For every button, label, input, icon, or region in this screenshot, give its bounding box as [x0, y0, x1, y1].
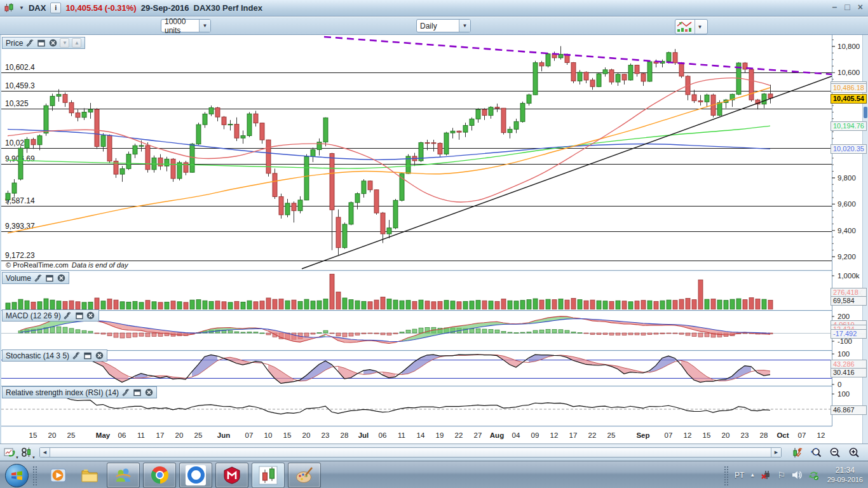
zoom-fit-button[interactable] — [808, 446, 824, 459]
scroll-right-arrow-icon[interactable]: ▶ — [771, 448, 781, 457]
device-disconnected-icon[interactable] — [761, 470, 771, 480]
units-dropdown[interactable]: 10000 units ▼ — [161, 19, 211, 32]
volume-icon[interactable] — [791, 470, 802, 480]
macd-histogram-bar — [584, 333, 588, 334]
svg-text:09: 09 — [531, 431, 539, 439]
maximize-button[interactable]: □ — [844, 2, 850, 12]
macd-histogram-bar — [362, 333, 366, 334]
volume-bar — [254, 302, 258, 309]
window-icon[interactable] — [45, 274, 54, 283]
wrench-icon[interactable] — [72, 351, 81, 360]
close-button[interactable]: × — [858, 2, 863, 12]
chart-canvas[interactable]: 10,602.410,459.310,32510,0259,906.699,58… — [1, 35, 868, 444]
candle — [133, 146, 137, 154]
window-icon[interactable] — [75, 311, 84, 320]
volume-bar — [717, 300, 722, 309]
chart-toolbar: 10000 units ▼ Daily ▼ ▼ — [0, 17, 868, 35]
candle — [679, 63, 684, 76]
stochastic-panel — [1, 355, 832, 384]
move-panel-down-icon[interactable]: ▼ — [60, 38, 69, 48]
units-dropdown-arrow-icon[interactable]: ▼ — [199, 20, 210, 32]
info-button[interactable]: i — [50, 3, 61, 13]
volume-bar — [304, 299, 309, 309]
candle — [171, 159, 175, 179]
close-panel-icon[interactable] — [86, 311, 95, 320]
chart-type-button[interactable]: ▼ — [675, 19, 708, 34]
candle — [425, 142, 430, 143]
volume-bar — [743, 300, 747, 309]
symbol-dropdown-icon[interactable]: ▼ — [19, 5, 24, 11]
horizontal-scrollbar[interactable]: ◀ ▶ — [39, 447, 782, 458]
taskbar-app-paint[interactable] — [288, 463, 321, 488]
link-dropdown-arrow-icon[interactable]: ▼ — [32, 456, 36, 459]
window-icon[interactable] — [133, 388, 142, 397]
taskbar-app-explorer[interactable] — [76, 463, 104, 487]
macd-histogram-bar — [520, 332, 525, 333]
taskbar-app-media-player[interactable] — [44, 463, 72, 487]
wrench-icon[interactable] — [64, 311, 72, 320]
candle — [463, 125, 468, 132]
wrench-icon[interactable] — [121, 388, 130, 397]
taskbar-app-messenger[interactable] — [107, 463, 140, 488]
timeframe-dropdown-arrow-icon[interactable]: ▼ — [459, 20, 470, 32]
window-icon[interactable] — [37, 39, 46, 48]
show-hidden-icons[interactable]: ▲ — [750, 472, 755, 478]
chart-type-dropdown-arrow-icon[interactable]: ▼ — [695, 20, 705, 34]
macd-histogram-bar — [571, 332, 576, 333]
close-panel-icon[interactable] — [48, 39, 57, 48]
taskbar-app-trading-chart[interactable] — [252, 463, 285, 488]
candle — [330, 154, 334, 210]
macd-histogram-bar — [565, 330, 569, 333]
wrench-icon[interactable] — [34, 274, 43, 283]
volume-bar — [215, 301, 220, 309]
taskbar-app-blue-ring[interactable] — [179, 463, 212, 488]
tray-clock[interactable]: 21:34 29-09-2016 — [827, 466, 863, 485]
volume-bar — [559, 299, 563, 309]
svg-text:0: 0 — [837, 381, 841, 388]
candle — [667, 53, 671, 62]
candle — [584, 72, 588, 80]
language-indicator[interactable]: PT — [735, 471, 744, 480]
vertical-scrollbar-thumb[interactable] — [864, 107, 867, 118]
volume-bar — [292, 300, 296, 309]
chart-area[interactable]: 10,602.410,459.310,32510,0259,906.699,58… — [0, 35, 868, 444]
zoom-out-button[interactable] — [827, 446, 843, 459]
scroll-left-arrow-icon[interactable]: ◀ — [40, 448, 50, 457]
ma-green — [8, 126, 770, 168]
trendline[interactable] — [324, 37, 832, 74]
candle — [520, 104, 525, 122]
macd-histogram-bar — [527, 332, 531, 333]
volume-bar — [266, 298, 271, 309]
zoom-in-button[interactable] — [846, 446, 862, 459]
action-center-flag-icon[interactable]: ⚐ — [777, 470, 785, 480]
macd-histogram-bar — [648, 333, 652, 335]
link-instrument-button[interactable]: ▼ — [19, 446, 34, 459]
start-button[interactable] — [5, 464, 29, 487]
candle — [101, 135, 105, 146]
candle — [673, 53, 677, 63]
minimize-button[interactable]: – — [832, 2, 837, 12]
close-panel-icon[interactable] — [95, 351, 104, 360]
close-panel-icon[interactable] — [57, 274, 65, 283]
trendline[interactable] — [302, 76, 832, 269]
taskbar-app-mcafee[interactable] — [215, 463, 248, 488]
macd-histogram-bar — [368, 333, 372, 334]
chart-statusbar: ▼ ▼ ◀ ▶ — [0, 444, 868, 461]
close-panel-icon[interactable] — [144, 388, 153, 397]
volume-bar — [355, 301, 360, 309]
zoom-in-icon — [848, 447, 860, 459]
volume-bar — [489, 301, 493, 309]
network-sync-icon[interactable] — [808, 470, 819, 480]
macd-histogram-bar — [686, 333, 690, 336]
window-icon[interactable] — [83, 351, 92, 360]
volume-bar — [622, 301, 627, 309]
share-chart-button[interactable]: ▼ — [3, 446, 18, 459]
move-panel-up-icon[interactable]: ▲ — [72, 38, 81, 48]
candle — [209, 108, 214, 114]
candle — [12, 183, 17, 193]
timeframe-dropdown[interactable]: Daily ▼ — [416, 19, 471, 32]
taskbar-app-chrome[interactable] — [143, 463, 176, 488]
svg-text:10: 10 — [264, 431, 273, 439]
chart-settings-button[interactable] — [790, 446, 805, 459]
wrench-icon[interactable] — [25, 39, 34, 48]
